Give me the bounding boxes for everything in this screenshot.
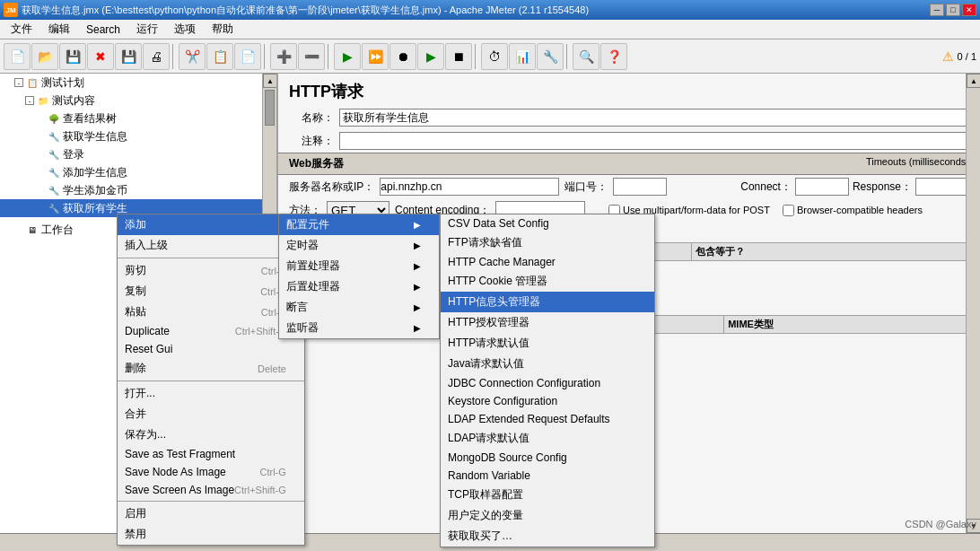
tb-new[interactable]: 📄	[4, 43, 31, 70]
tree-item-test-content[interactable]: - 📁 测试内容	[0, 92, 276, 109]
tree-item-login[interactable]: 🔧 登录	[0, 145, 276, 163]
tb-cut[interactable]: ✂️	[179, 43, 206, 70]
cfg-more[interactable]: 获取取买了…	[441, 526, 654, 547]
submenu-add-listener[interactable]: 监听器 ▶	[279, 318, 439, 338]
expand-icon[interactable]: -	[14, 78, 23, 87]
tree-item-results[interactable]: 🌳 查看结果树	[0, 109, 276, 127]
ctx-open[interactable]: 打开...	[118, 383, 304, 404]
content-scroll-up[interactable]: ▲	[967, 74, 980, 88]
tb-save[interactable]: 💾	[59, 43, 86, 70]
content-scrollbar-v[interactable]: ▲ ▼	[966, 74, 980, 533]
submenu-add: 配置元件 ▶ 定时器 ▶ 前置处理器 ▶ 后置处理器 ▶ 断言 ▶ 监听器 ▶	[278, 214, 440, 339]
ctx-save-node-image[interactable]: Save Node As Image Ctrl-G	[118, 463, 304, 481]
tb-paste[interactable]: 📄	[234, 43, 261, 70]
cfg-http-cookie[interactable]: HTTP Cookie 管理器	[441, 271, 654, 292]
cfg-http-defaults[interactable]: HTTP请求默认值	[441, 333, 654, 354]
ctx-enable[interactable]: 启用	[118, 503, 304, 524]
ctx-delete[interactable]: 删除 Delete	[118, 358, 304, 379]
tb-record[interactable]: ⏺	[389, 43, 416, 70]
tb-wrench[interactable]: 🔧	[537, 43, 564, 70]
menu-search[interactable]: Search	[79, 22, 127, 38]
tb-separator1	[172, 44, 176, 69]
browser-checkbox[interactable]	[783, 205, 794, 216]
tb-status: ⚠ 0 / 1	[942, 49, 976, 64]
cfg-ftp[interactable]: FTP请求缺省值	[441, 232, 654, 253]
cfg-ldap[interactable]: LDAP请求默认值	[441, 428, 654, 449]
expand-icon2[interactable]: -	[25, 96, 34, 105]
cfg-user-vars[interactable]: 用户定义的变量	[441, 505, 654, 526]
tb-help[interactable]: ❓	[600, 43, 627, 70]
menu-help[interactable]: 帮助	[205, 20, 241, 39]
submenu-config: CSV Data Set Config FTP请求缺省值 HTTP Cache …	[440, 214, 655, 547]
cfg-http-header[interactable]: HTTP信息头管理器	[441, 292, 654, 312]
tb-chart[interactable]: 📊	[509, 43, 536, 70]
port-input[interactable]	[613, 178, 667, 196]
menu-options[interactable]: 选项	[167, 20, 203, 39]
menu-file[interactable]: 文件	[4, 20, 39, 39]
tb-search[interactable]: 🔍	[573, 43, 599, 70]
ctx-paste-label: 粘贴	[125, 304, 146, 319]
cfg-jdbc[interactable]: JDBC Connection Configuration	[441, 374, 654, 392]
response-input[interactable]	[915, 178, 969, 196]
ctx-copy[interactable]: 复制 Ctrl-C	[118, 281, 304, 302]
tree-item-add-coins[interactable]: 🔧 学生添加金币	[0, 181, 276, 199]
tb-copy[interactable]: 📋	[206, 43, 233, 70]
cfg-tcp[interactable]: TCP取样器配置	[441, 485, 654, 505]
tb-run[interactable]: ▶	[334, 43, 361, 70]
tb-expand[interactable]: ➕	[270, 43, 297, 70]
ctx-save-fragment[interactable]: Save as Test Fragment	[118, 445, 304, 463]
note-input[interactable]	[339, 132, 969, 150]
server-input[interactable]	[380, 178, 559, 196]
cfg-csv[interactable]: CSV Data Set Config	[441, 214, 654, 232]
close-button[interactable]: ✕	[962, 4, 976, 16]
minimize-button[interactable]: ─	[930, 4, 944, 16]
tb-step[interactable]: ▶	[417, 43, 444, 70]
browser-checkbox-label[interactable]: Browser-compatible headers	[783, 205, 923, 216]
scroll-thumb[interactable]	[265, 90, 275, 126]
ctx-paste[interactable]: 粘贴 Ctrl-V	[118, 302, 304, 322]
tb-cut2[interactable]: ✖	[87, 43, 114, 70]
name-input[interactable]	[339, 109, 969, 127]
submenu-timer-label: 定时器	[286, 238, 319, 253]
cfg-random-var[interactable]: Random Variable	[441, 467, 654, 485]
ctx-insert-parent[interactable]: 插入上级 ▶	[118, 235, 304, 256]
cfg-java-defaults[interactable]: Java请求默认值	[441, 354, 654, 374]
note-row: 注释：	[278, 129, 980, 153]
tb-save2[interactable]: 💾	[115, 43, 142, 70]
connect-input[interactable]	[795, 178, 849, 196]
submenu-add-timer[interactable]: 定时器 ▶	[279, 235, 439, 256]
tb-collapse[interactable]: ➖	[298, 43, 325, 70]
cfg-mongodb[interactable]: MongoDB Source Config	[441, 449, 654, 467]
ctx-duplicate[interactable]: Duplicate Ctrl+Shift-C	[118, 322, 304, 340]
cfg-keystore[interactable]: Keystore Configuration	[441, 392, 654, 410]
cfg-http-auth[interactable]: HTTP授权管理器	[441, 312, 654, 333]
ctx-save-screen[interactable]: Save Screen As Image Ctrl+Shift-G	[118, 481, 304, 499]
cfg-ldap-ext[interactable]: LDAP Extended Request Defaults	[441, 410, 654, 428]
ctx-disable[interactable]: 禁用	[118, 524, 304, 545]
cfg-tcp-label: TCP取样器配置	[448, 487, 523, 503]
tb-run2[interactable]: ⏩	[362, 43, 389, 70]
tree-item-test-plan[interactable]: - 📋 测试计划	[0, 74, 276, 92]
ctx-merge[interactable]: 合并	[118, 404, 304, 424]
tb-open[interactable]: 📂	[31, 43, 58, 70]
tb-print[interactable]: 🖨	[143, 43, 170, 70]
submenu-add-config[interactable]: 配置元件 ▶	[279, 214, 439, 235]
ctx-cut[interactable]: 剪切 Ctrl-X	[118, 260, 304, 281]
scroll-up-btn[interactable]: ▲	[263, 74, 277, 88]
cfg-http-cache[interactable]: HTTP Cache Manager	[441, 253, 654, 271]
tb-stop[interactable]: ⏹	[445, 43, 472, 70]
tree-icon-add-student: 🔧	[47, 165, 61, 179]
name-label: 名称：	[289, 110, 334, 126]
maximize-button[interactable]: □	[946, 4, 960, 16]
ctx-reset-gui[interactable]: Reset Gui	[118, 340, 304, 358]
submenu-add-postproc[interactable]: 后置处理器 ▶	[279, 276, 439, 297]
menu-run[interactable]: 运行	[129, 20, 165, 39]
tb-timer[interactable]: ⏱	[481, 43, 508, 70]
menu-edit[interactable]: 编辑	[41, 20, 77, 39]
submenu-add-assert[interactable]: 断言 ▶	[279, 297, 439, 318]
ctx-add[interactable]: 添加 ▶	[118, 214, 304, 235]
submenu-add-preproc[interactable]: 前置处理器 ▶	[279, 256, 439, 276]
tree-item-add-student[interactable]: 🔧 添加学生信息	[0, 163, 276, 181]
tree-item-get-student[interactable]: 🔧 获取学生信息	[0, 127, 276, 145]
ctx-save-as[interactable]: 保存为...	[118, 424, 304, 445]
